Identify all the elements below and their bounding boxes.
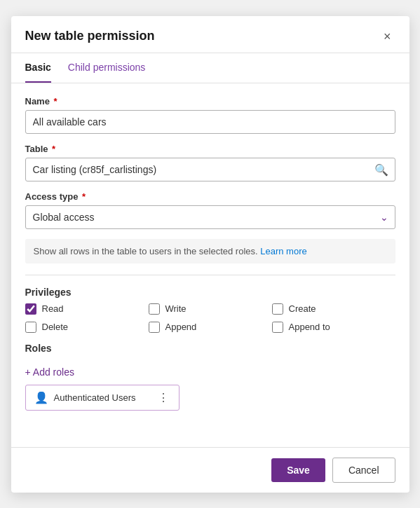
privileges-title: Privileges <box>25 287 395 298</box>
access-type-label: Access type * <box>25 191 395 202</box>
name-field-group: Name * <box>25 96 395 134</box>
table-search-wrap: 🔍 <box>25 158 395 181</box>
roles-section: Roles + Add roles 👤 Authenticated Users … <box>25 343 395 411</box>
privilege-append-to-checkbox[interactable] <box>272 322 283 333</box>
access-type-select[interactable]: Global access Contact access Account acc… <box>25 205 395 229</box>
role-chip-left: 👤 Authenticated Users <box>34 391 136 404</box>
new-table-permission-modal: New table permission × Basic Child permi… <box>11 16 409 493</box>
access-type-field-group: Access type * Global access Contact acce… <box>25 191 395 229</box>
role-chip-authenticated-users: 👤 Authenticated Users ⋮ <box>25 385 179 411</box>
tab-basic[interactable]: Basic <box>25 53 51 83</box>
cancel-button[interactable]: Cancel <box>332 458 395 483</box>
roles-title: Roles <box>25 343 395 354</box>
tabs-bar: Basic Child permissions <box>11 53 409 83</box>
privilege-delete[interactable]: Delete <box>25 322 149 333</box>
modal-header: New table permission × <box>11 16 409 53</box>
privileges-section: Privileges Read Write Create Delete <box>25 287 395 333</box>
table-label: Table * <box>25 144 395 154</box>
privilege-write-checkbox[interactable] <box>149 303 160 315</box>
privilege-create[interactable]: Create <box>272 303 395 315</box>
privilege-append-to[interactable]: Append to <box>272 322 395 333</box>
privilege-create-checkbox[interactable] <box>272 303 283 315</box>
privilege-delete-checkbox[interactable] <box>25 322 36 333</box>
learn-more-link[interactable]: Learn more <box>260 246 306 256</box>
access-type-info-box: Show all rows in the table to users in t… <box>25 239 395 263</box>
close-button[interactable]: × <box>379 29 395 44</box>
name-input[interactable] <box>25 110 395 134</box>
modal-footer: Save Cancel <box>11 447 409 493</box>
role-name: Authenticated Users <box>54 392 136 403</box>
modal-title: New table permission <box>25 29 155 43</box>
privilege-write[interactable]: Write <box>149 303 272 315</box>
tab-child-permissions[interactable]: Child permissions <box>68 53 145 83</box>
privilege-read[interactable]: Read <box>25 303 149 315</box>
divider <box>25 275 395 275</box>
user-icon: 👤 <box>34 391 48 404</box>
name-label: Name * <box>25 96 395 107</box>
table-input[interactable] <box>25 158 395 181</box>
privileges-grid: Read Write Create Delete Append <box>25 303 395 333</box>
privilege-append[interactable]: Append <box>149 322 272 333</box>
table-field-group: Table * 🔍 <box>25 144 395 181</box>
privilege-append-checkbox[interactable] <box>149 322 160 333</box>
role-menu-button[interactable]: ⋮ <box>156 391 170 404</box>
access-type-select-wrap: Global access Contact access Account acc… <box>25 205 395 229</box>
save-button[interactable]: Save <box>271 458 325 482</box>
modal-body: Name * Table * 🔍 Access type * Global ac… <box>11 83 409 447</box>
add-roles-button[interactable]: + Add roles <box>25 366 395 378</box>
privilege-read-checkbox[interactable] <box>25 303 36 315</box>
